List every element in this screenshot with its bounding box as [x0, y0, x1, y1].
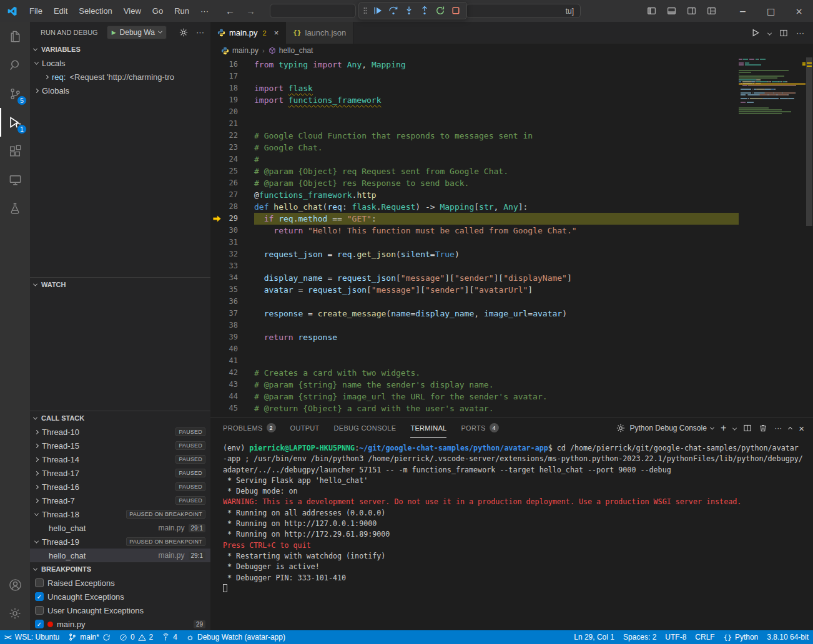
thread-row[interactable]: Thread-15PAUSED [30, 439, 210, 452]
menu-go[interactable]: Go [147, 0, 169, 22]
code-line[interactable]: 40 [210, 343, 739, 355]
breadcrumb-item-main.py[interactable]: main.py [221, 46, 259, 55]
code-line[interactable]: 38 [210, 320, 739, 331]
code-line[interactable]: 16from typing import Any, Mapping [210, 59, 739, 71]
code-line[interactable]: 42# Creates a card with two widgets. [210, 367, 739, 379]
tab-launch.json[interactable]: {}launch.json [286, 22, 353, 44]
twisty-icon[interactable] [34, 511, 39, 515]
run-python-file-icon[interactable] [751, 28, 760, 37]
panel-tab-terminal[interactable]: TERMINAL [410, 418, 446, 438]
gutter-margin[interactable] [210, 118, 223, 130]
code-line[interactable]: 39 return response [210, 331, 739, 343]
code-line[interactable]: 26# @param {Object} res Response to send… [210, 177, 739, 189]
breakpoint-checkbox[interactable]: ✓ [35, 620, 44, 628]
menu-file[interactable]: File [24, 0, 48, 22]
command-center-title[interactable]: tu] [466, 4, 581, 18]
twisty-icon[interactable] [34, 88, 39, 92]
gutter-margin[interactable] [210, 154, 223, 165]
gutter-margin[interactable] [210, 284, 223, 296]
menu-more[interactable]: ··· [195, 0, 214, 22]
twisty-icon[interactable] [34, 539, 39, 543]
code-line[interactable]: 35 avatar = request_json["message"]["sen… [210, 284, 739, 296]
panel-more-actions-icon[interactable]: ··· [774, 424, 782, 432]
debug-settings-gear-icon[interactable] [179, 27, 189, 37]
gutter-margin[interactable] [210, 308, 223, 320]
stack-frame-row[interactable]: hello_chatmain.py29:1 [30, 521, 210, 535]
code-line[interactable]: 41 [210, 355, 739, 367]
run-dropdown-icon[interactable] [768, 28, 771, 37]
kill-terminal-icon[interactable] [759, 424, 767, 432]
status-encoding[interactable]: UTF-8 [661, 630, 691, 644]
activity-run-and-debug[interactable]: 1 [0, 108, 30, 137]
step-over-button[interactable] [386, 3, 401, 18]
activity-explorer[interactable] [0, 22, 30, 51]
code-line[interactable]: 31 [210, 237, 739, 248]
breakpoint-checkbox[interactable] [35, 606, 44, 615]
stop-button[interactable] [448, 3, 463, 18]
continue-button[interactable] [370, 3, 385, 18]
terminal-picker[interactable]: Python Debug Console [616, 423, 713, 433]
gutter-margin[interactable] [210, 189, 223, 201]
variables-header[interactable]: VARIABLES [30, 42, 210, 56]
new-terminal-icon[interactable]: + [721, 422, 726, 434]
gutter-margin[interactable] [210, 237, 223, 248]
breakpoint-row[interactable]: User Uncaught Exceptions [30, 603, 210, 617]
close-icon[interactable]: × [274, 28, 279, 37]
breakpoint-checkbox[interactable]: ✓ [35, 592, 44, 601]
status-git-branch[interactable]: main* [64, 630, 115, 644]
thread-row[interactable]: Thread-18PAUSED ON BREAKPOINT [30, 507, 210, 521]
watch-header[interactable]: WATCH [30, 278, 210, 291]
gutter-margin[interactable] [210, 379, 223, 391]
maximize-panel-icon[interactable] [789, 424, 792, 432]
gutter-margin[interactable] [210, 355, 223, 367]
breakpoint-row[interactable]: Raised Exceptions [30, 576, 210, 590]
menu-view[interactable]: View [118, 0, 147, 22]
code-line[interactable]: 22# Google Cloud Function that responds … [210, 130, 739, 142]
gutter-margin[interactable] [210, 367, 223, 379]
toggle-primary-sidebar-icon[interactable] [647, 6, 656, 16]
variables-row[interactable]: req:<Request 'http://charming-tro [30, 70, 210, 84]
code-line[interactable]: 27@functions_framework.http [210, 189, 739, 201]
gutter-margin[interactable] [210, 165, 223, 177]
toggle-secondary-sidebar-icon[interactable] [687, 6, 696, 16]
thread-row[interactable]: Thread-19PAUSED ON BREAKPOINT [30, 535, 210, 549]
thread-row[interactable]: Thread-16PAUSED [30, 480, 210, 494]
code-line[interactable]: 29 if req.method == "GET": [210, 213, 739, 225]
status-indentation[interactable]: Spaces: 2 [619, 630, 661, 644]
status-remote-indicator[interactable]: ><WSL: Ubuntu [0, 630, 64, 644]
code-line[interactable]: 23# Google Chat. [210, 142, 739, 154]
gutter-margin[interactable] [210, 142, 223, 154]
code-line[interactable]: 30 return "Hello! This function must be … [210, 225, 739, 237]
code-line[interactable]: 34 display_name = request_json["message"… [210, 272, 739, 284]
gutter-margin[interactable] [210, 248, 223, 260]
variables-row[interactable]: Globals [30, 84, 210, 97]
code-line[interactable]: 21 [210, 118, 739, 130]
gutter-margin[interactable] [210, 82, 223, 94]
twisty-icon[interactable] [34, 484, 39, 489]
gutter-margin[interactable] [210, 402, 223, 414]
code-line[interactable]: 24# [210, 154, 739, 165]
menu-selection[interactable]: Selection [73, 0, 117, 22]
breakpoints-header[interactable]: BREAKPOINTS [30, 562, 210, 576]
menu-edit[interactable]: Edit [48, 0, 73, 22]
twisty-icon[interactable] [34, 443, 39, 447]
activity-source-control[interactable]: 5 [0, 79, 30, 108]
status-debug-session[interactable]: Debug Watch (avatar-app) [182, 630, 290, 644]
debug-config-dropdown[interactable]: ▶ Debug Wa [107, 26, 167, 39]
breakpoint-checkbox[interactable] [35, 578, 44, 587]
twisty-icon[interactable] [34, 498, 39, 502]
activity-search[interactable] [0, 51, 30, 79]
code-line[interactable]: 32 request_json = req.get_json(silent=Tr… [210, 248, 739, 260]
code-editor[interactable]: 16from typing import Any, Mapping1718imp… [210, 57, 813, 417]
breadcrumb-item-hello_chat[interactable]: hello_chat [269, 46, 313, 55]
twisty-icon[interactable] [44, 74, 49, 79]
gutter-margin[interactable] [210, 343, 223, 355]
code-line[interactable]: 43# @param {string} name the sender's di… [210, 379, 739, 391]
minimize-button[interactable]: − [729, 0, 757, 22]
panel-tab-ports[interactable]: PORTS4 [461, 418, 498, 438]
stack-frame-row[interactable]: hello_chatmain.py29:1 [30, 549, 210, 562]
activity-testing[interactable] [0, 194, 30, 223]
twisty-icon[interactable] [34, 60, 39, 64]
code-line[interactable]: 33 [210, 260, 739, 272]
minimap[interactable] [739, 59, 806, 417]
